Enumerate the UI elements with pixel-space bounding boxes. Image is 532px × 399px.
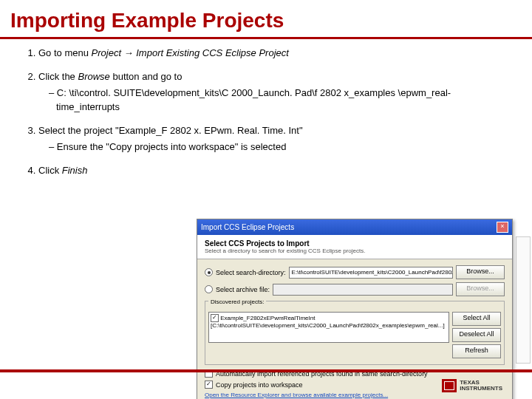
radio-archive[interactable] [205, 285, 213, 293]
radio-label: Select archive file: [216, 286, 270, 293]
discovered-group: Discovered projects: Example_F2802xEPwmR… [205, 301, 505, 365]
dialog-header: Select CCS Projects to Import Select a d… [197, 235, 512, 259]
step-text: Click [38, 165, 62, 176]
step-sub: – C: \ti\control. SUITE\development_kits… [49, 86, 514, 113]
radio-label: Select search-directory: [216, 269, 286, 276]
step-3: Select the project "Example_F 2802 x. EP… [38, 124, 514, 154]
step-em: Finish [62, 165, 88, 176]
step-text: Select the project "Example_F 2802 x. EP… [38, 125, 303, 136]
select-all-button[interactable]: Select All [452, 312, 501, 326]
step-text: Click the [38, 71, 78, 82]
slide-footer: TEXAS INSTRUMENTS [0, 369, 532, 399]
radio-search-dir[interactable] [205, 268, 213, 276]
search-path-input[interactable]: E:\ti\controlSUITE\development_kits\C200… [289, 267, 453, 279]
step-sub: – Ensure the "Copy projects into workspa… [49, 140, 514, 154]
brand-line: INSTRUMENTS [460, 386, 502, 392]
side-placeholder [516, 236, 531, 364]
project-item[interactable]: Example_F2802xEPwmRealTimeInt [C:\ti\con… [211, 315, 445, 329]
step-1: Go to menu Project → Import Existing CCS… [38, 47, 514, 60]
dialog-titlebar: Import CCS Eclipse Projects × [197, 219, 512, 235]
title-underline [0, 37, 532, 39]
refresh-button[interactable]: Refresh [452, 344, 501, 358]
step-em: Import Existing CCS Eclipse Project [136, 47, 289, 58]
content-area: Go to menu Project → Import Existing CCS… [0, 47, 532, 177]
ti-brand-text: TEXAS INSTRUMENTS [460, 380, 502, 392]
step-em: Browse [78, 71, 109, 82]
step-4: Click Finish [38, 164, 514, 177]
step-text: button and go to [110, 71, 183, 82]
deselect-all-button[interactable]: Deselect All [452, 328, 501, 342]
step-2: Click the Browse button and go to – C: \… [38, 70, 514, 114]
dialog-header-title: Select CCS Projects to Import [205, 239, 505, 248]
steps-list: Go to menu Project → Import Existing CCS… [18, 47, 514, 177]
dialog-title: Import CCS Eclipse Projects [201, 223, 294, 231]
projects-list[interactable]: Example_F2802xEPwmRealTimeInt [C:\ti\con… [208, 312, 449, 343]
browse-button-disabled: Browse... [456, 282, 505, 296]
slide-title: Importing Example Projects [0, 0, 532, 37]
ti-logo: TEXAS INSTRUMENTS [442, 379, 502, 392]
step-arrow: → [121, 47, 136, 58]
dialog-header-sub: Select a directory to search for existin… [205, 248, 505, 254]
group-label: Discovered projects: [208, 299, 266, 305]
step-text: Go to menu [38, 47, 92, 58]
project-checkbox[interactable] [211, 314, 219, 322]
browse-button[interactable]: Browse... [456, 265, 505, 279]
close-icon[interactable]: × [497, 222, 508, 233]
archive-path-input [273, 284, 453, 296]
step-em: Project [92, 47, 121, 58]
ti-chip-icon [442, 379, 457, 392]
